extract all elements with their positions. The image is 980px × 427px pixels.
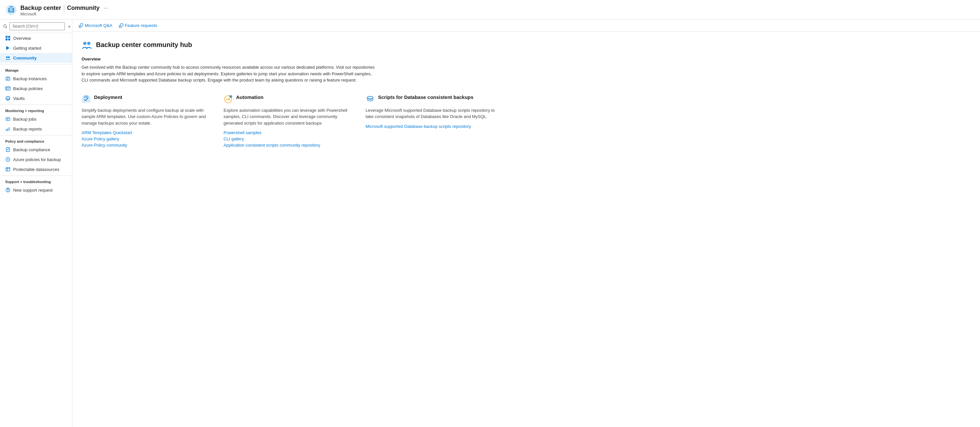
svg-rect-40 <box>120 24 123 26</box>
svg-rect-20 <box>8 89 8 89</box>
section-manage-label: Manage <box>0 64 72 74</box>
azure-policy-community-link[interactable]: Azure Policy community <box>81 143 213 148</box>
svg-point-49 <box>367 96 373 99</box>
deployment-card-links: ARM Templates Quickstart Azure Policy ga… <box>81 130 213 148</box>
azure-policies-icon <box>5 157 11 162</box>
search-bar: « <box>0 20 72 33</box>
svg-line-4 <box>6 27 7 28</box>
svg-rect-44 <box>84 95 88 98</box>
sidebar-item-getting-started[interactable]: Getting started <box>0 43 72 53</box>
sidebar-item-backup-policies[interactable]: Backup policies <box>0 84 72 94</box>
sidebar-item-backup-instances[interactable]: Backup instances <box>0 74 72 84</box>
automation-card-links: Powershell samples CLI gallery Applicati… <box>224 130 355 148</box>
main-content: Microsoft Q&A Feature requests <box>72 20 980 427</box>
sidebar-item-protectable-datasources-label: Protectable datasources <box>13 167 59 172</box>
sidebar-item-community[interactable]: Community <box>0 53 72 63</box>
svg-point-23 <box>7 97 9 98</box>
svg-rect-7 <box>6 38 8 40</box>
sidebar-item-protectable-datasources[interactable]: Protectable datasources <box>0 164 72 174</box>
sidebar-item-azure-policies[interactable]: Azure policies for backup <box>0 154 72 164</box>
deployment-card-title: Deployment <box>94 94 122 101</box>
svg-rect-13 <box>6 76 9 78</box>
getting-started-icon <box>5 45 11 51</box>
sidebar-item-backup-jobs-label: Backup jobs <box>13 117 37 122</box>
sidebar-item-backup-compliance[interactable]: Backup compliance <box>0 144 72 154</box>
sidebar-item-backup-policies-label: Backup policies <box>13 86 43 91</box>
svg-point-38 <box>8 191 8 192</box>
sidebar-item-backup-jobs[interactable]: Backup jobs <box>0 114 72 124</box>
svg-rect-39 <box>81 24 83 26</box>
app-consistent-scripts-link[interactable]: Application consistent scripts community… <box>224 143 355 148</box>
collapse-button[interactable]: « <box>67 23 72 30</box>
db-scripts-card: Scripts for Database consistent backups … <box>366 94 497 148</box>
search-input[interactable] <box>10 22 65 30</box>
section-monitoring-label: Monitoring + reporting <box>0 105 72 114</box>
feature-requests-link[interactable]: Feature requests <box>119 23 157 28</box>
sidebar-item-getting-started-label: Getting started <box>13 46 41 51</box>
overview-section: Overview Get involved with the Backup ce… <box>81 57 971 84</box>
section-support-label: Support + troubleshooting <box>0 176 72 185</box>
arm-quickstart-link[interactable]: ARM Templates Quickstart <box>81 130 213 135</box>
deployment-card-desc: Simplify backup deployments and configur… <box>81 107 213 127</box>
header-more[interactable]: ··· <box>103 5 108 11</box>
svg-rect-34 <box>6 168 10 171</box>
ms-db-scripts-link[interactable]: Microsoft supported Database backup scri… <box>366 124 497 129</box>
svg-point-11 <box>8 57 10 58</box>
svg-rect-27 <box>6 130 7 131</box>
sidebar-item-new-support-request[interactable]: New support request <box>0 185 72 195</box>
sidebar-item-vaults[interactable]: Vaults <box>0 94 72 103</box>
app-icon <box>5 4 17 16</box>
sidebar-item-community-label: Community <box>13 56 37 60</box>
svg-rect-6 <box>8 36 10 38</box>
ms-qa-label: Microsoft Q&A <box>85 23 113 28</box>
backup-instances-icon <box>5 76 11 81</box>
db-scripts-card-links: Microsoft supported Database backup scri… <box>366 124 497 129</box>
header-title-group: Backup center | Community ··· Microsoft <box>21 3 108 16</box>
deployment-card-header: Deployment <box>81 94 213 104</box>
overview-icon <box>5 35 11 41</box>
automation-card-desc: Explore automation capabilities you can … <box>224 107 355 127</box>
db-scripts-card-title: Scripts for Database consistent backups <box>378 94 473 101</box>
vaults-icon <box>5 96 11 101</box>
header-subtitle: Microsoft <box>21 12 108 16</box>
community-icon <box>5 55 11 60</box>
svg-text:⚡: ⚡ <box>229 95 232 98</box>
content-area: Backup center community hub Overview Get… <box>72 32 980 156</box>
backup-compliance-icon <box>5 147 11 152</box>
powershell-samples-link[interactable]: Powershell samples <box>224 130 355 135</box>
cli-gallery-link[interactable]: CLI gallery <box>224 137 355 141</box>
svg-rect-28 <box>7 129 8 131</box>
svg-marker-9 <box>6 46 10 50</box>
external-link-icon-2 <box>119 23 123 28</box>
feature-requests-label: Feature requests <box>125 23 157 28</box>
svg-rect-30 <box>10 127 11 131</box>
deployment-icon <box>81 95 91 104</box>
app-name: Backup center <box>21 5 61 11</box>
svg-point-10 <box>6 57 8 58</box>
sidebar-item-overview[interactable]: Overview <box>0 33 72 43</box>
section-policy-label: Policy and compliance <box>0 135 72 144</box>
backup-jobs-icon <box>5 116 11 122</box>
sidebar-item-backup-reports[interactable]: Backup reports <box>0 124 72 134</box>
page-name: Community <box>67 5 100 11</box>
sidebar-item-backup-reports-label: Backup reports <box>13 127 42 132</box>
azure-policy-gallery-link[interactable]: Azure Policy gallery <box>81 137 213 141</box>
automation-card-header: ⚡ Automation <box>224 94 355 104</box>
sidebar-item-azure-policies-label: Azure policies for backup <box>13 157 61 162</box>
cards-row: Deployment Simplify backup deployments a… <box>81 94 971 148</box>
sidebar-item-backup-instances-label: Backup instances <box>13 76 47 81</box>
nav-top: Overview Getting started Community <box>0 33 72 63</box>
page-hero: Backup center community hub <box>81 40 971 50</box>
svg-point-33 <box>7 159 9 160</box>
svg-rect-18 <box>6 89 7 89</box>
automation-card-title: Automation <box>236 94 263 101</box>
svg-rect-24 <box>6 117 10 120</box>
ms-qa-link[interactable]: Microsoft Q&A <box>79 23 113 28</box>
header-separator: | <box>63 3 65 12</box>
backup-reports-icon <box>5 126 11 132</box>
db-scripts-card-header: Scripts for Database consistent backups <box>366 94 497 104</box>
deployment-card: Deployment Simplify backup deployments a… <box>81 94 213 148</box>
community-hub-icon <box>81 40 92 50</box>
overview-label: Overview <box>81 57 971 62</box>
support-icon <box>5 187 11 193</box>
